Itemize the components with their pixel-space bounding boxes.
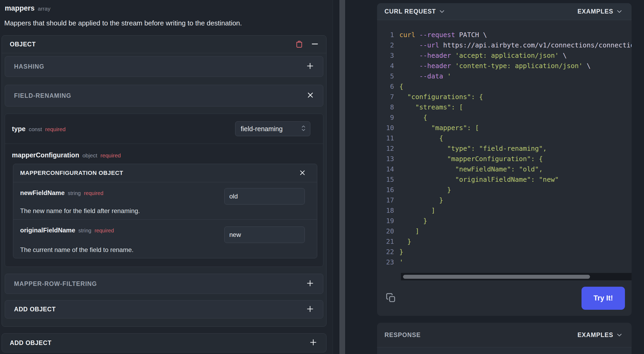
curl-request-dropdown[interactable]: CURL REQUEST xyxy=(384,8,444,15)
line-number: 21 xyxy=(377,236,394,247)
field-kind: string xyxy=(68,190,81,196)
copy-icon xyxy=(386,293,396,304)
chevron-down-icon xyxy=(617,334,622,337)
response-examples-dropdown[interactable]: EXAMPLES xyxy=(578,331,622,339)
field-required-badge: required xyxy=(84,190,103,196)
field-name: mapperConfiguration xyxy=(12,151,79,159)
originalFieldName-input[interactable] xyxy=(224,227,305,243)
code-line: 21 } xyxy=(377,236,632,247)
mapper-configuration-label: mapperConfiguration object required xyxy=(12,151,323,159)
property-heading: mappers array xyxy=(5,4,50,12)
object-panel-header: OBJECT xyxy=(2,36,326,53)
close-mapper-configuration-button[interactable] xyxy=(299,170,305,176)
code-line: 5 --data ' xyxy=(377,71,632,81)
field-name: type xyxy=(12,125,25,133)
field-required-badge: required xyxy=(95,228,114,234)
section-hashing[interactable]: HASHING xyxy=(5,56,323,77)
curl-panel-footer: Try It! xyxy=(377,281,632,316)
property-type-badge: array xyxy=(38,6,51,12)
code-line: 15 "originalFieldName": "new" xyxy=(377,174,632,185)
add-object-bottom-button[interactable]: ADD OBJECT xyxy=(2,333,327,352)
add-object-inner-button[interactable]: ADD OBJECT xyxy=(5,300,323,318)
code-line: 8 "streams": [ xyxy=(377,102,632,112)
field-renaming-content: type const required field-renaming ma xyxy=(5,114,323,267)
add-object-bottom-label: ADD OBJECT xyxy=(10,339,52,347)
line-number: 15 xyxy=(377,174,394,185)
line-number: 3 xyxy=(377,50,394,61)
collapse-object-button[interactable] xyxy=(311,41,318,48)
line-number: 10 xyxy=(377,123,394,133)
line-number: 2 xyxy=(377,40,394,50)
section-mapper-row-filtering-label: MAPPER-ROW-FILTERING xyxy=(14,280,97,287)
code-line: 4 --header 'content-type: application/js… xyxy=(377,61,632,71)
code-line: 10 "mappers": [ xyxy=(377,123,632,133)
try-it-button[interactable]: Try It! xyxy=(582,287,625,310)
section-field-renaming-label: FIELD-RENAMING xyxy=(14,92,71,99)
mapper-configuration-panel-header: MAPPERCONFIGURATION OBJECT xyxy=(13,164,317,182)
close-icon xyxy=(299,170,305,176)
object-panel: OBJECT HASHING xyxy=(2,35,327,327)
field-description: The new name for the field after renamin… xyxy=(20,207,140,215)
plus-icon xyxy=(310,339,317,347)
field-name: newFieldName xyxy=(20,189,65,197)
code-line: 6{ xyxy=(377,81,632,92)
examples-dropdown[interactable]: EXAMPLES xyxy=(578,8,622,15)
horizontal-scrollbar-track[interactable] xyxy=(401,273,632,280)
line-number: 1 xyxy=(377,30,394,40)
field-description: The current name of the field to rename. xyxy=(20,246,133,254)
line-number: 11 xyxy=(377,133,394,143)
object-panel-body: HASHING FIELD-RENAMING type co xyxy=(2,53,326,318)
line-number: 20 xyxy=(377,226,394,236)
line-number: 16 xyxy=(377,185,394,195)
minus-icon xyxy=(311,41,318,48)
line-number: 14 xyxy=(377,164,394,174)
copy-code-button[interactable] xyxy=(386,293,396,304)
field-label: newFieldName string required xyxy=(20,189,103,197)
line-number: 5 xyxy=(377,71,394,81)
delete-object-button[interactable] xyxy=(295,39,303,49)
vertical-scrollbar[interactable] xyxy=(339,0,345,354)
object-header-actions xyxy=(295,39,318,49)
line-number: 9 xyxy=(377,112,394,123)
examples-label: EXAMPLES xyxy=(578,8,613,15)
line-number: 4 xyxy=(377,61,394,71)
type-field-label: type const required xyxy=(12,125,66,133)
line-number: 23 xyxy=(377,257,394,267)
code-line: 22} xyxy=(377,247,632,257)
trash-icon xyxy=(295,39,303,49)
code-block: 1curl --request PATCH \2 --url https://a… xyxy=(377,20,632,274)
section-field-renaming[interactable]: FIELD-RENAMING xyxy=(5,85,323,107)
horizontal-scrollbar-thumb[interactable] xyxy=(403,275,590,279)
code-line: 18 ] xyxy=(377,205,632,216)
plus-icon xyxy=(307,280,314,288)
code-line: 17 } xyxy=(377,195,632,205)
type-select[interactable]: field-renaming xyxy=(235,121,310,136)
field-kind: object xyxy=(82,152,97,159)
code-line: 12 "type": "field-renaming", xyxy=(377,143,632,154)
field-label: originalFieldName string required xyxy=(20,227,114,234)
code-line: 11 { xyxy=(377,133,632,143)
field-required-badge: required xyxy=(100,152,121,159)
field-name: originalFieldName xyxy=(20,227,75,234)
type-select-value: field-renaming xyxy=(241,125,301,133)
object-panel-title: OBJECT xyxy=(10,41,36,48)
line-number: 18 xyxy=(377,205,394,216)
section-hashing-label: HASHING xyxy=(14,63,44,70)
line-number: 22 xyxy=(377,247,394,257)
plus-icon xyxy=(307,63,314,70)
line-number: 12 xyxy=(377,143,394,154)
code-line: 9 { xyxy=(377,112,632,123)
line-number: 17 xyxy=(377,195,394,205)
response-panel: RESPONSE EXAMPLES xyxy=(377,323,632,354)
line-number: 6 xyxy=(377,81,394,92)
section-mapper-row-filtering[interactable]: MAPPER-ROW-FILTERING xyxy=(5,274,323,294)
code-line: 19 } xyxy=(377,216,632,226)
newFieldName-input[interactable] xyxy=(224,188,305,205)
response-body xyxy=(377,347,632,354)
code-line: 13 "mapperConfiguration": { xyxy=(377,154,632,164)
line-number: 19 xyxy=(377,216,394,226)
curl-request-title: CURL REQUEST xyxy=(384,8,436,15)
curl-request-panel: CURL REQUEST EXAMPLES 1curl --request PA… xyxy=(377,3,632,316)
code-line: 14 "newFieldName": "old", xyxy=(377,164,632,174)
plus-icon xyxy=(307,306,314,313)
